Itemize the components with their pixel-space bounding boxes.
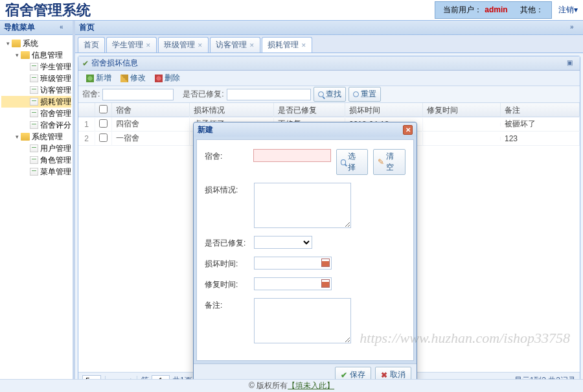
tab-label: 损耗管理	[268, 40, 299, 51]
dialog-title: 新建	[198, 124, 213, 135]
tab[interactable]: 班级管理✕	[158, 37, 209, 52]
tree-node[interactable]: 学生管理	[1, 61, 71, 73]
panel-collapse-icon[interactable]: ▣	[567, 59, 576, 68]
tree-label: 学生管理	[40, 62, 71, 73]
tree-node[interactable]: 宿舍管理	[1, 108, 71, 119]
row-checkbox[interactable]	[95, 132, 112, 146]
cell-note: 123	[501, 132, 580, 145]
cell-ftime	[423, 122, 501, 126]
clear-dorm-button[interactable]: ✎清空	[373, 149, 406, 175]
tab-label: 访客管理	[216, 40, 247, 51]
footer: © 版权所有 【填未入此】	[0, 379, 583, 392]
tree-label: 用户管理	[40, 143, 71, 154]
search-fixed-input[interactable]	[227, 89, 311, 100]
reset-icon	[353, 91, 359, 97]
col-note[interactable]: 备注	[501, 103, 580, 117]
file-icon	[30, 86, 39, 94]
tree-node[interactable]: ▾系统管理	[1, 131, 71, 143]
add-icon	[86, 75, 94, 82]
tree-node[interactable]: 损耗管理	[1, 96, 71, 108]
tab-close-icon[interactable]: ✕	[301, 42, 306, 49]
file-icon	[30, 168, 39, 176]
col-dtime[interactable]: 损坏时间	[345, 103, 423, 117]
search-fixed-label: 是否已修复:	[183, 89, 223, 100]
other-label: 其他：	[520, 5, 543, 14]
new-dialog: 新建✕ 宿舍: 选择 ✎清空 损坏情况: 是否已修复: 损坏时间: 修复时间: …	[193, 122, 417, 386]
field-note-label: 备注:	[205, 298, 249, 311]
sidebar-title: 导航菜单	[4, 22, 35, 33]
tree-node[interactable]: 菜单管理	[1, 166, 71, 178]
tree-label: 访客管理	[40, 85, 71, 96]
cell-ftime	[423, 137, 501, 141]
delete-button[interactable]: 删除	[151, 71, 184, 85]
edit-icon	[120, 75, 128, 82]
logout-button[interactable]: 注销▾	[558, 5, 578, 16]
panel-title: 宿舍损坏信息	[91, 58, 138, 69]
tab-close-icon[interactable]: ✕	[146, 42, 151, 49]
calendar-icon[interactable]	[321, 259, 330, 267]
search-icon	[318, 91, 324, 97]
reset-button[interactable]: 重置	[349, 87, 381, 102]
dialog-close-button[interactable]: ✕	[403, 125, 413, 135]
tab[interactable]: 学生管理✕	[106, 37, 157, 52]
field-note-input[interactable]	[254, 298, 351, 343]
tree-node[interactable]: 班级管理	[1, 73, 71, 84]
select-dorm-button[interactable]: 选择	[336, 149, 368, 175]
search-button[interactable]: 查找	[314, 87, 346, 102]
cell-dorm: 一宿舍	[112, 131, 190, 146]
tree-label: 系统管理	[32, 132, 63, 143]
calendar-icon[interactable]	[321, 279, 330, 288]
file-icon	[30, 121, 39, 129]
field-ftime-input[interactable]	[254, 277, 332, 290]
field-fixed-select[interactable]	[254, 236, 312, 249]
col-fixed[interactable]: 是否已修复	[274, 103, 345, 117]
footer-link[interactable]: 【填未入此】	[288, 380, 334, 391]
tree-node[interactable]: ▾系统	[1, 38, 71, 49]
file-icon	[30, 75, 39, 82]
field-dorm-label: 宿舍:	[205, 149, 248, 162]
checkbox-header[interactable]	[95, 103, 112, 117]
row-number: 1	[78, 118, 95, 131]
tree-node[interactable]: 访客管理	[1, 84, 71, 96]
search-dorm-label: 宿舍:	[82, 89, 100, 100]
file-icon	[30, 156, 39, 164]
tab-label: 班级管理	[164, 40, 195, 51]
user-area: 当前用户：admin 其他：	[435, 1, 552, 19]
edit-button[interactable]: 修改	[117, 71, 150, 85]
row-number-header	[78, 103, 95, 117]
collapse-sidebar-icon[interactable]: «	[60, 23, 69, 32]
cell-dorm: 四宿舍	[112, 117, 190, 132]
tab[interactable]: 损耗管理✕	[262, 37, 312, 52]
tree-label: 班级管理	[40, 73, 71, 84]
main-title: 首页	[79, 22, 95, 33]
tree-node[interactable]: ▾信息管理	[1, 49, 71, 61]
tab-close-icon[interactable]: ✕	[249, 42, 255, 49]
expand-main-icon[interactable]: »	[570, 23, 579, 32]
tree-node[interactable]: 宿舍评分	[1, 119, 71, 131]
field-fixed-label: 是否已修复:	[205, 236, 249, 249]
check-icon: ✔	[82, 59, 89, 68]
tree-label: 宿舍评分	[40, 120, 71, 131]
field-dorm-input[interactable]	[253, 149, 331, 162]
tab-close-icon[interactable]: ✕	[198, 42, 203, 49]
tree-label: 信息管理	[32, 50, 63, 61]
add-button[interactable]: 新增	[82, 71, 115, 85]
row-checkbox[interactable]	[95, 117, 112, 132]
search-dorm-input[interactable]	[102, 89, 174, 100]
tree-node[interactable]: 角色管理	[1, 154, 71, 166]
field-dtime-input[interactable]	[254, 257, 332, 270]
tree-node[interactable]: 用户管理	[1, 143, 71, 154]
tab[interactable]: 首页	[78, 37, 105, 52]
current-user-label: 当前用户：	[443, 5, 482, 14]
search-icon	[341, 159, 347, 165]
col-cond[interactable]: 损坏情况	[190, 103, 274, 117]
col-dorm[interactable]: 宿舍	[112, 103, 190, 117]
file-icon	[30, 98, 39, 106]
tab[interactable]: 访客管理✕	[210, 37, 260, 52]
tree-label: 菜单管理	[40, 167, 71, 178]
field-cond-input[interactable]	[254, 183, 351, 228]
col-ftime[interactable]: 修复时间	[423, 103, 501, 117]
tab-label: 首页	[84, 40, 99, 51]
tree-label: 宿舍管理	[40, 108, 71, 119]
delete-icon	[155, 75, 163, 82]
